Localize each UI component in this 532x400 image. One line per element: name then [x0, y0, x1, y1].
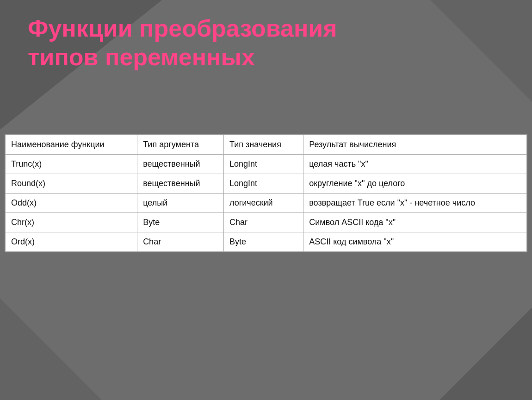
page-content: Функции преобразования типов переменных …: [0, 0, 532, 400]
cell-value-type: Char: [223, 213, 303, 232]
cell-value-type: логический: [223, 194, 303, 213]
cell-value-type: LongInt: [223, 174, 303, 194]
header-function-name: Наименование функции: [6, 135, 137, 155]
cell-function: Chr(x): [6, 213, 137, 232]
data-table-container: Наименование функции Тип аргумента Тип з…: [5, 134, 527, 252]
cell-function: Round(x): [6, 174, 137, 194]
cell-value-type: LongInt: [223, 155, 303, 174]
cell-arg-type: Char: [137, 232, 224, 252]
functions-table: Наименование функции Тип аргумента Тип з…: [5, 135, 527, 252]
table-row: Ord(x)CharByteASCII код символа "x": [6, 232, 527, 252]
header-arg-type: Тип аргумента: [137, 135, 224, 155]
table-row: Chr(x)ByteCharСимвол ASCII кода "x": [6, 213, 527, 232]
cell-function: Ord(x): [6, 232, 137, 252]
cell-function: Trunc(x): [6, 155, 137, 174]
cell-result: ASCII код символа "x": [303, 232, 527, 252]
table-row: Round(x)вещественныйLongIntокругление "x…: [6, 174, 527, 194]
table-header-row: Наименование функции Тип аргумента Тип з…: [6, 135, 527, 155]
header-result: Результат вычисления: [303, 135, 527, 155]
cell-result: целая часть "x": [303, 155, 527, 174]
cell-arg-type: вещественный: [137, 155, 224, 174]
cell-function: Odd(x): [6, 194, 137, 213]
title-line1: Функции преобразования: [28, 14, 337, 43]
cell-result: Символ ASCII кода "x": [303, 213, 527, 232]
cell-arg-type: вещественный: [137, 174, 224, 194]
table-row: Odd(x)целыйлогическийвозвращает True есл…: [6, 194, 527, 213]
cell-arg-type: Byte: [137, 213, 224, 232]
title-line2: типов переменных: [28, 43, 337, 71]
page-title: Функции преобразования типов переменных: [28, 14, 337, 72]
cell-arg-type: целый: [137, 194, 224, 213]
header-value-type: Тип значения: [223, 135, 303, 155]
cell-result: округление "x" до целого: [303, 174, 527, 194]
cell-value-type: Byte: [223, 232, 303, 252]
cell-result: возвращает True если "x" - нечетное числ…: [303, 194, 527, 213]
table-row: Trunc(x)вещественныйLongIntцелая часть "…: [6, 155, 527, 174]
